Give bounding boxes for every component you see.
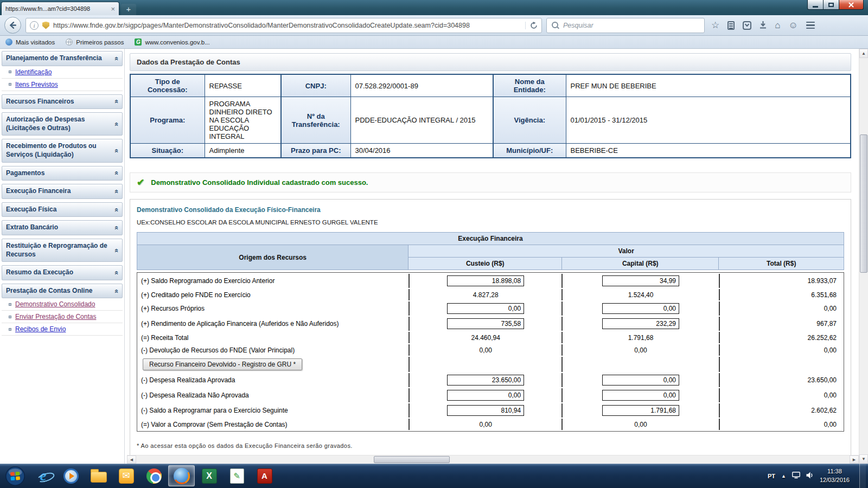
capital-input[interactable]	[602, 375, 679, 386]
clock-date: 12/03/2016	[820, 476, 850, 484]
bookmark-convenios[interactable]: G www.convenios.gov.b...	[135, 38, 209, 46]
sidebar-item-resumo-execucao[interactable]: Resumo da Execução«	[2, 265, 123, 280]
sidebar-link-demonstrativ​o-consolidado[interactable]: Demonstrativo Consolidado	[2, 298, 123, 311]
taskbar-excel-button[interactable]: X	[196, 465, 222, 486]
menu-icon[interactable]	[806, 22, 815, 29]
total-value: 0,00	[719, 419, 844, 430]
back-arrow-icon	[8, 21, 17, 30]
custeio-input[interactable]	[447, 275, 524, 286]
gru-button[interactable]: Recurso Financeiro Devolvido - Registro …	[143, 358, 302, 370]
download-icon[interactable]	[760, 21, 767, 30]
sidebar-item-prestacao-contas-online[interactable]: Prestação de Contas Online «	[2, 284, 123, 299]
sidebar-item-planejamento[interactable]: Planejamento de Transferência «	[2, 51, 123, 66]
sidebar-link-itens-previstos[interactable]: Itens Previstos	[2, 79, 123, 91]
capital-input[interactable]	[602, 405, 679, 416]
info-label: Município/UF:	[493, 144, 566, 158]
feedback-smiley-icon[interactable]: ☺	[789, 21, 798, 30]
windows-logo-icon	[5, 466, 25, 486]
bookmark-mais-visitados[interactable]: Mais visitados	[5, 38, 55, 46]
capital-input[interactable]	[602, 303, 679, 314]
custeio-input[interactable]	[447, 390, 524, 401]
sidebar-item-recursos-financeiros[interactable]: Recursos Financeiros«	[2, 94, 123, 110]
taskbar-explorer-button[interactable]	[85, 465, 112, 486]
taskbar-ie-button[interactable]: e	[30, 465, 56, 486]
capital-input[interactable]	[602, 390, 679, 401]
info-label: Nº da Transferência:	[281, 97, 350, 144]
show-desktop-button[interactable]	[859, 464, 866, 488]
exec-table-body: (+) Saldo Reprogramado do Exercício Ante…	[137, 272, 844, 432]
sidebar-item-autorizacao-despesas[interactable]: Autorização de Despesas (Licitações e Ou…	[2, 112, 123, 136]
bullet-icon	[9, 303, 11, 306]
search-input[interactable]	[563, 22, 699, 29]
bookmark-star-icon[interactable]: ☆	[711, 21, 719, 30]
taskbar-mail-button[interactable]: ✉	[113, 465, 139, 486]
info-value: PDDE-EDUCAÇÃO INTEGRAL / 2015	[350, 97, 493, 144]
tray-display-icon[interactable]	[792, 471, 800, 481]
table-row: Recurso Financeiro Devolvido - Registro …	[137, 357, 844, 372]
window-close-button[interactable]	[839, 0, 864, 10]
collapse-icon: «	[112, 189, 121, 193]
check-icon: ✔	[137, 177, 144, 188]
bullet-icon	[9, 328, 11, 331]
clock[interactable]: 11:38 12/03/2016	[820, 467, 850, 484]
scroll-right-icon[interactable]: ▶	[850, 455, 859, 464]
taskbar-notes-button[interactable]: ✎	[224, 465, 250, 486]
custeio-input[interactable]	[447, 405, 524, 416]
row-label: (-) Devolução de Recursos do FNDE (Valor…	[137, 344, 409, 356]
row-label: (-) Despesa Realizada Não Aprovada	[137, 388, 409, 402]
mail-icon: ✉	[119, 468, 134, 484]
scroll-down-icon[interactable]: ▼	[859, 454, 868, 464]
capital-input[interactable]	[602, 275, 679, 286]
capital-input[interactable]	[602, 318, 679, 329]
sidebar-link-identificacao[interactable]: Identificação	[2, 66, 123, 79]
site-info-icon[interactable]: i	[30, 21, 39, 30]
taskbar-media-button[interactable]	[58, 465, 84, 486]
scroll-up-icon[interactable]: ▲	[859, 49, 868, 58]
globe-icon	[66, 38, 73, 46]
sidebar-item-execucao-financeira[interactable]: Execução Financeira«	[2, 184, 123, 199]
browser-tab[interactable]: https://www.fn...am?cid=304898 ×	[1, 2, 119, 15]
url-bar[interactable]: i https://www.fnde.gov.br/sigpc/pages/Ma…	[25, 18, 542, 33]
new-tab-button[interactable]: +	[121, 4, 136, 15]
pocket-icon[interactable]	[743, 21, 751, 30]
vertical-scrollbar[interactable]: ▲ ▼	[859, 49, 868, 464]
table-row: (-) Saldo a Reprogramar para o Exercício…	[137, 403, 844, 418]
browser-nav-bar: i https://www.fnde.gov.br/sigpc/pages/Ma…	[0, 15, 868, 36]
table-row: (+) Creditado pelo FNDE no Exercício 4.8…	[137, 289, 844, 300]
scroll-left-icon[interactable]: ◀	[127, 455, 136, 464]
horizontal-scrollbar-thumb[interactable]	[374, 456, 450, 463]
sidebar-link-enviar-prestacao[interactable]: Enviar Prestação de Contas	[2, 311, 123, 323]
horizontal-scrollbar[interactable]: ◀ ▶	[127, 455, 859, 464]
language-indicator[interactable]: PT	[768, 473, 775, 479]
search-bar[interactable]	[546, 18, 705, 33]
start-button[interactable]	[4, 465, 26, 487]
sidebar-item-extrato-bancario[interactable]: Extrato Bancário«	[2, 220, 123, 235]
site-identity-icon[interactable]	[42, 22, 49, 29]
home-icon[interactable]: ⌂	[775, 21, 780, 30]
sidebar-item-recebimento-produtos[interactable]: Recebimento de Produtos ou Serviços (Liq…	[2, 139, 123, 162]
collapse-icon: «	[112, 289, 121, 293]
sidebar-item-execucao-fisica[interactable]: Execução Física«	[2, 202, 123, 217]
custeio-input[interactable]	[447, 303, 524, 314]
sidebar-link-recibos-envio[interactable]: Recibos de Envio	[2, 323, 123, 336]
window-maximize-button[interactable]	[824, 0, 839, 10]
close-icon	[848, 2, 854, 8]
tab-close-icon[interactable]: ×	[111, 5, 115, 12]
bookmarks-list-icon[interactable]	[727, 21, 735, 30]
info-row: Programa: PROGRAMA DINHEIRO DIRETO NA ES…	[130, 97, 851, 144]
vertical-scrollbar-thumb[interactable]	[860, 134, 867, 273]
taskbar-firefox-button[interactable]	[168, 465, 195, 486]
taskbar-chrome-button[interactable]	[141, 465, 167, 486]
tray-expand-icon[interactable]: ▲	[781, 473, 786, 479]
sidebar-item-restituicao[interactable]: Restituição e Reprogramação de Recursos«	[2, 239, 123, 262]
back-button[interactable]	[4, 17, 21, 34]
custeio-input[interactable]	[447, 375, 524, 386]
taskbar-pdf-button[interactable]: A	[251, 465, 278, 486]
sidebar-item-pagamentos[interactable]: Pagamentos«	[2, 166, 123, 181]
bookmark-primeiros-passos[interactable]: Primeiros passos	[66, 38, 124, 46]
custeio-input[interactable]	[447, 318, 524, 329]
window-minimize-button[interactable]	[807, 0, 824, 10]
tray-volume-icon[interactable]	[806, 471, 814, 481]
column-header-total: Total (R$)	[719, 258, 844, 270]
reload-icon[interactable]	[525, 22, 538, 29]
